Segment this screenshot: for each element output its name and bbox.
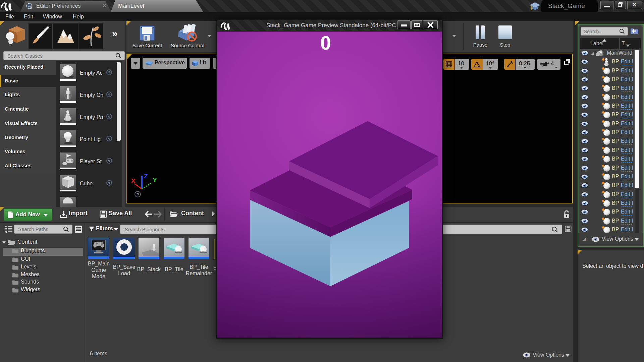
- svg-text:X: X: [131, 177, 136, 184]
- svg-text:u: u: [28, 4, 30, 8]
- svg-text:Z: Z: [144, 173, 148, 180]
- svg-text:Y: Y: [153, 177, 157, 184]
